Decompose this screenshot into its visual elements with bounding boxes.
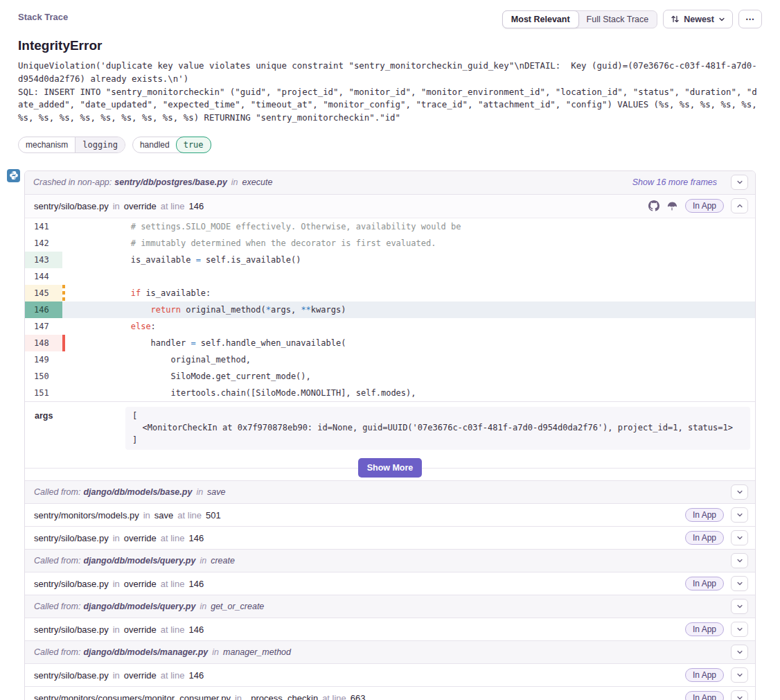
code-token: [71, 322, 131, 331]
code-token: SiloMode.get_current_mode(),: [71, 371, 311, 381]
codecov-icon[interactable]: [667, 201, 677, 211]
frame-line-number: 146: [188, 533, 204, 543]
chevron-down-icon: [736, 580, 743, 587]
frame-path: django/db/models/query.py: [83, 602, 195, 611]
line-number: 145: [25, 285, 62, 301]
stack-frame-row[interactable]: sentry/monitors/models.pyinsaveat line50…: [25, 503, 755, 526]
called-from-row[interactable]: Called from:django/db/models/base.pyinsa…: [25, 480, 755, 503]
toggle-most-relevant[interactable]: Most Relevant: [502, 10, 579, 28]
in-label: in: [143, 510, 150, 520]
ellipsis-icon: ⋯: [745, 14, 755, 24]
frame-path: django/db/models/base.py: [83, 487, 192, 497]
line-number: 149: [25, 351, 62, 368]
expand-frame-button[interactable]: [731, 599, 748, 614]
tag-handled[interactable]: handled true: [132, 137, 211, 153]
sort-button[interactable]: Newest: [663, 10, 733, 28]
tag-mechanism[interactable]: mechanism logging: [18, 137, 125, 153]
code-line-147: 147 else:: [25, 318, 755, 335]
code-text: [65, 268, 71, 285]
in-app-badge: In App: [685, 622, 724, 636]
in-label: in: [113, 201, 120, 211]
code-line-145: 145 if is_available:: [25, 285, 755, 301]
expand-frame-button[interactable]: [731, 667, 748, 683]
code-text: return original_method(*args, **kwargs): [65, 301, 346, 318]
crashed-frame-row[interactable]: Crashed in non-app: sentry/db/postgres/b…: [25, 171, 755, 195]
frame-function: override: [124, 670, 157, 681]
code-token: is_available: [71, 255, 196, 265]
stack-frame-row[interactable]: sentry/silo/base.pyinoverrideat line146I…: [25, 618, 755, 640]
called-from-row[interactable]: Called from:django/db/models/query.pyinc…: [25, 549, 755, 572]
expand-frame-button[interactable]: [731, 622, 748, 637]
code-token: if: [131, 288, 141, 298]
expand-frame-button[interactable]: [731, 690, 748, 700]
code-token: return: [151, 305, 181, 315]
expanded-frame-header[interactable]: sentry/silo/base.py in override at line …: [25, 195, 755, 218]
frame-path: django/db/models/query.py: [83, 556, 195, 566]
called-from-row[interactable]: Called from:django/db/models/query.pying…: [25, 595, 755, 618]
frame-function: get_or_create: [211, 602, 264, 611]
chevron-down-icon: [736, 489, 743, 496]
expand-frames-button[interactable]: [731, 175, 748, 190]
expand-frame-button[interactable]: [731, 576, 748, 591]
code-token: [71, 305, 151, 315]
toggle-full-stack-trace[interactable]: Full Stack Trace: [578, 11, 657, 28]
in-label: in: [113, 533, 120, 543]
code-token: itertools.chain([SiloMode.MONOLITH], sel…: [71, 388, 416, 398]
show-more-button[interactable]: Show More: [358, 458, 423, 478]
frame-path: sentry/silo/base.py: [34, 201, 109, 211]
code-line-148: 148 handler = self.handle_when_unavailab…: [25, 335, 755, 351]
code-line-143: 143 is_available = self.is_available(): [25, 252, 755, 268]
at-line-label: at line: [322, 693, 346, 700]
called-from-row[interactable]: Called from:django/db/models/manager.pyi…: [25, 640, 755, 663]
code-text: SiloMode.get_current_mode(),: [65, 368, 311, 385]
expand-frame-button[interactable]: [731, 507, 748, 523]
code-token: =: [196, 255, 201, 265]
expand-frame-button[interactable]: [731, 484, 748, 500]
expand-frame-button[interactable]: [731, 553, 748, 568]
tag-value: logging: [75, 137, 125, 152]
stack-frame-row[interactable]: sentry/monitors/consumers/monitor_consum…: [25, 686, 755, 700]
at-line-label: at line: [161, 533, 185, 543]
in-label: in: [196, 487, 203, 497]
at-line-label: at line: [161, 579, 185, 589]
code-token: original_method,: [71, 355, 251, 365]
code-token: self.is_available(): [201, 255, 301, 265]
collapse-frame-button[interactable]: [731, 198, 748, 213]
code-line-149: 149 original_method,: [25, 351, 755, 368]
frame-path: sentry/silo/base.py: [34, 624, 109, 635]
error-type-title: IntegrityError: [18, 38, 762, 53]
frame-path: sentry/db/postgres/base.py: [114, 177, 227, 187]
tag-key: handled: [133, 137, 177, 152]
expand-frame-button[interactable]: [731, 530, 748, 545]
at-line-label: at line: [161, 624, 185, 635]
stack-frame-row[interactable]: sentry/silo/base.pyinoverrideat line146I…: [25, 526, 755, 549]
code-line-151: 151 itertools.chain([SiloMode.MONOLITH],…: [25, 385, 755, 401]
show-more-frames-link[interactable]: Show 16 more frames: [632, 177, 717, 187]
called-from-label: Called from:: [34, 556, 80, 566]
in-app-badge: In App: [685, 668, 724, 682]
expand-frame-button[interactable]: [731, 645, 748, 660]
code-token: self.handle_when_unavailable(: [196, 338, 346, 348]
frame-line-number: 663: [351, 693, 366, 700]
code-token: else: [131, 322, 151, 331]
chevron-down-icon: [736, 649, 743, 656]
line-number: 150: [25, 368, 62, 385]
in-label: in: [113, 670, 120, 681]
stack-frame-row[interactable]: sentry/silo/base.pyinoverrideat line146I…: [25, 572, 755, 595]
more-options-button[interactable]: ⋯: [738, 10, 762, 28]
collapsed-frames-list: Called from:django/db/models/base.pyinsa…: [25, 480, 755, 700]
frame-path: sentry/silo/base.py: [34, 533, 109, 543]
line-number: 148: [25, 335, 62, 351]
stack-frame-row[interactable]: sentry/silo/base.pyinoverrideat line146I…: [25, 663, 755, 686]
frame-line-number: 146: [188, 670, 204, 681]
github-icon[interactable]: [648, 200, 659, 211]
tags-row: mechanism logging handled true: [18, 137, 762, 153]
code-text: else:: [65, 318, 156, 335]
tag-value: true: [176, 137, 211, 153]
frame-function: override: [124, 533, 157, 543]
show-more-divider: Show More: [25, 455, 755, 480]
chevron-down-icon: [736, 694, 743, 700]
frame-function: _process_checkin: [246, 693, 318, 700]
at-line-label: at line: [161, 670, 185, 681]
error-message: UniqueViolation('duplicate key value vio…: [18, 60, 762, 125]
